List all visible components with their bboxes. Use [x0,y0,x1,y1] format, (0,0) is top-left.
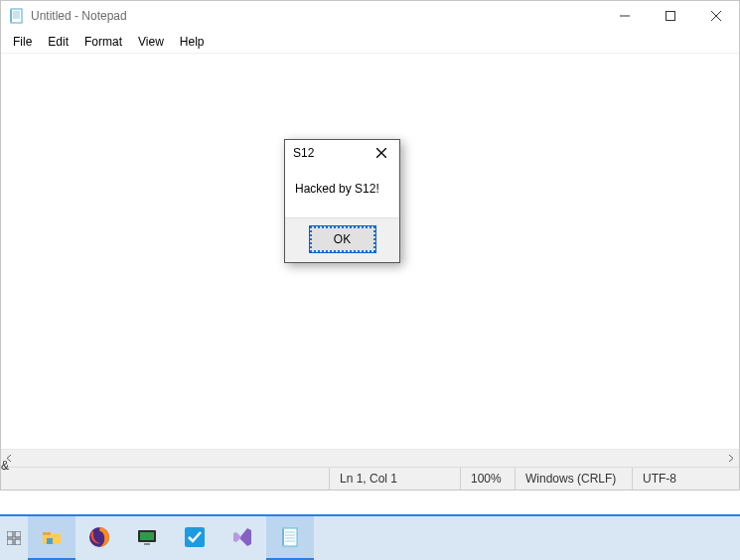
svg-rect-16 [43,532,51,535]
svg-rect-28 [282,529,284,545]
menu-edit[interactable]: Edit [40,33,76,51]
svg-rect-15 [15,539,21,545]
dialog-titlebar[interactable]: S12 [285,140,399,166]
menu-format[interactable]: Format [76,33,130,51]
visual-studio-icon [229,524,255,550]
status-zoom: 100% [460,468,515,490]
horizontal-scrollbar[interactable] [1,449,739,467]
task-view-icon [7,531,21,545]
svg-rect-20 [140,532,154,540]
close-button[interactable] [693,1,739,31]
menu-file[interactable]: File [5,33,40,51]
message-dialog: S12 Hacked by S12! OK [284,139,400,263]
menubar: File Edit Format View Help [1,31,739,54]
taskbar-checkmark-app[interactable] [171,516,219,560]
svg-rect-21 [144,543,150,545]
notepad-icon [9,8,25,24]
dialog-footer: OK [285,217,399,262]
taskbar-visual-studio[interactable] [219,516,266,560]
svg-line-9 [711,11,721,21]
notepad-window: Untitled - Notepad File Edit Format View… [0,0,740,490]
taskbar-firefox[interactable] [75,516,123,560]
menu-view[interactable]: View [130,33,172,51]
scroll-right-arrow[interactable] [722,450,739,467]
task-view-button[interactable] [0,516,28,560]
menu-help[interactable]: Help [172,33,213,51]
window-title: Untitled - Notepad [31,9,127,23]
taskbar-notepad[interactable] [266,516,314,560]
svg-rect-23 [283,528,297,546]
svg-rect-17 [47,538,53,544]
status-eol: Windows (CRLF) [515,468,632,490]
taskbar-file-explorer[interactable] [28,516,75,560]
dialog-title: S12 [293,146,371,160]
taskbar-monitor-app[interactable] [123,516,171,560]
file-explorer-icon [39,524,65,550]
status-spacer [1,468,329,490]
svg-rect-12 [7,531,13,537]
svg-line-8 [711,11,721,21]
titlebar[interactable]: Untitled - Notepad [1,1,739,31]
stray-char: & [1,459,9,473]
statusbar: Ln 1, Col 1 100% Windows (CRLF) UTF-8 [1,467,739,490]
status-position: Ln 1, Col 1 [329,468,460,490]
dialog-close-button[interactable] [371,143,391,163]
checkmark-icon [182,524,208,550]
minimize-button[interactable] [602,1,648,31]
svg-rect-13 [15,531,21,537]
monitor-icon [134,524,160,550]
dialog-message: Hacked by S12! [285,166,399,217]
svg-rect-7 [666,12,675,21]
taskbar [0,514,740,560]
firefox-icon [86,524,112,550]
svg-rect-5 [10,10,12,22]
maximize-button[interactable] [648,1,693,31]
svg-rect-14 [7,539,13,545]
text-editor[interactable]: & S12 Hacked by S12! OK [1,54,739,449]
notepad-taskbar-icon [277,524,303,550]
ok-button[interactable]: OK [310,226,375,252]
status-encoding: UTF-8 [632,468,739,490]
